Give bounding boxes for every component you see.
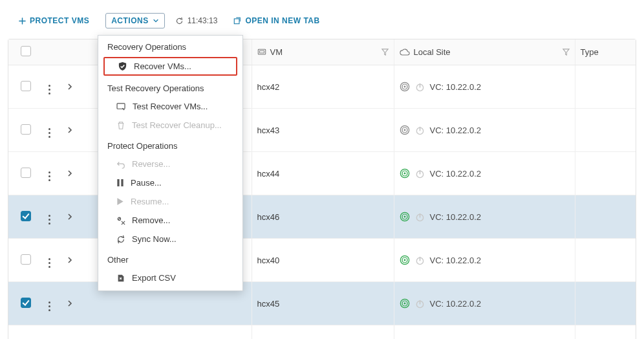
site-text: VC: 10.22.0.2: [430, 126, 482, 135]
status-icon: [400, 212, 410, 222]
actions-dropdown: Recovery Operations Recover VMs... Test …: [98, 35, 243, 291]
menu-item-label: Reverse...: [132, 159, 170, 169]
vm-name: hcx44: [257, 169, 280, 179]
expand-row-button[interactable]: [67, 72, 78, 102]
refresh-icon: [175, 17, 184, 25]
filter-icon[interactable]: [563, 49, 570, 56]
column-header-vm[interactable]: VM: [270, 47, 283, 57]
svg-rect-2: [117, 179, 119, 186]
svg-point-9: [403, 86, 405, 88]
open-new-tab-button[interactable]: OPEN IN NEW TAB: [228, 13, 325, 28]
undo-icon: [116, 160, 125, 169]
status-icon: [400, 298, 410, 309]
chevron-right-icon: [67, 213, 73, 221]
chevron-down-icon: [153, 17, 159, 24]
vm-name: hcx45: [257, 299, 280, 309]
menu-item-label: Resume...: [131, 197, 169, 206]
menu-item-pause[interactable]: Pause...: [98, 173, 242, 192]
expand-row-button[interactable]: [67, 332, 78, 339]
row-actions-menu[interactable]: [45, 85, 54, 94]
actions-button[interactable]: ACTIONS: [105, 13, 165, 28]
chevron-right-icon: [67, 256, 73, 264]
protect-vms-button[interactable]: PROTECT VMS: [13, 13, 95, 28]
vm-name: hcx46: [257, 212, 280, 222]
expand-row-button[interactable]: [67, 115, 78, 145]
row-actions-menu[interactable]: [45, 128, 54, 138]
row-actions-menu[interactable]: [45, 258, 54, 268]
pause-icon: [116, 179, 124, 187]
power-icon: [415, 256, 425, 265]
select-all-checkbox[interactable]: [21, 46, 31, 56]
vm-name: hcx42: [257, 82, 280, 92]
expand-row-button[interactable]: [67, 202, 78, 232]
menu-item-sync[interactable]: Sync Now...: [98, 230, 242, 248]
menu-item-test-cleanup: Test Recover Cleanup...: [98, 116, 242, 135]
menu-item-label: Test Recover VMs...: [133, 102, 208, 111]
export-icon: [116, 274, 125, 283]
vm-name: hcx40: [257, 256, 280, 265]
menu-item-label: Sync Now...: [132, 234, 177, 244]
svg-rect-5: [258, 49, 265, 54]
table-row[interactable]: hcx41VC: 10.22.0.2: [8, 325, 636, 340]
menu-item-recover-vms[interactable]: Recover VMs...: [103, 57, 237, 76]
sync-icon: [116, 235, 125, 244]
play-icon: [116, 197, 124, 206]
refresh-time[interactable]: 11:43:13: [175, 16, 218, 25]
menu-item-remove[interactable]: Remove...: [98, 211, 242, 230]
svg-point-34: [403, 303, 405, 305]
open-new-tab-label: OPEN IN NEW TAB: [245, 16, 319, 25]
chevron-right-icon: [67, 300, 73, 307]
row-checkbox[interactable]: [21, 81, 31, 91]
menu-item-label: Test Recover Cleanup...: [132, 120, 222, 130]
external-link-icon: [233, 17, 241, 25]
status-icon: [400, 255, 410, 265]
row-actions-menu[interactable]: [45, 215, 54, 224]
svg-rect-1: [117, 103, 125, 108]
vm-icon: [257, 48, 266, 57]
row-checkbox[interactable]: [21, 124, 31, 135]
expand-row-button[interactable]: [67, 289, 78, 318]
data-table-container: Recovery Operations Recover VMs... Test …: [8, 39, 636, 339]
row-actions-menu[interactable]: [45, 171, 54, 181]
menu-item-test-recover[interactable]: Test Recover VMs...: [98, 97, 242, 116]
menu-item-label: Pause...: [131, 178, 162, 188]
menu-section-other: Other: [98, 248, 242, 268]
row-actions-menu[interactable]: [45, 301, 54, 311]
filter-icon[interactable]: [381, 49, 389, 56]
actions-label: ACTIONS: [111, 16, 149, 25]
remove-icon: [116, 216, 125, 225]
cloud-icon: [400, 49, 410, 56]
test-recover-icon: [116, 103, 126, 111]
chevron-right-icon: [67, 170, 73, 177]
menu-item-export-csv[interactable]: Export CSV: [98, 268, 242, 290]
power-icon: [415, 82, 425, 92]
site-text: VC: 10.22.0.2: [430, 82, 482, 92]
menu-section-protect: Protect Operations: [98, 135, 242, 155]
svg-rect-6: [259, 50, 264, 53]
vm-name: hcx43: [257, 126, 280, 135]
power-icon: [415, 212, 425, 222]
chevron-right-icon: [67, 126, 73, 134]
site-text: VC: 10.22.0.2: [430, 169, 482, 179]
trash-icon: [116, 121, 125, 130]
expand-row-button[interactable]: [67, 245, 78, 275]
time-text: 11:43:13: [188, 16, 218, 25]
menu-section-test: Test Recovery Operations: [98, 77, 242, 97]
menu-item-reverse: Reverse...: [98, 155, 242, 173]
row-checkbox[interactable]: [21, 211, 31, 221]
row-checkbox[interactable]: [21, 254, 31, 265]
power-icon: [415, 299, 425, 309]
site-text: VC: 10.22.0.2: [430, 299, 482, 309]
plus-icon: [19, 17, 26, 25]
row-checkbox[interactable]: [21, 298, 31, 308]
column-header-type[interactable]: Type: [581, 47, 599, 57]
svg-point-24: [403, 216, 405, 218]
menu-section-recovery: Recovery Operations: [98, 36, 242, 56]
menu-item-label: Remove...: [132, 215, 170, 225]
menu-item-resume: Resume...: [98, 192, 242, 211]
column-header-site[interactable]: Local Site: [414, 47, 451, 57]
row-checkbox[interactable]: [21, 168, 31, 178]
expand-row-button[interactable]: [67, 159, 78, 188]
shield-check-icon: [118, 61, 127, 71]
svg-rect-0: [235, 19, 240, 24]
